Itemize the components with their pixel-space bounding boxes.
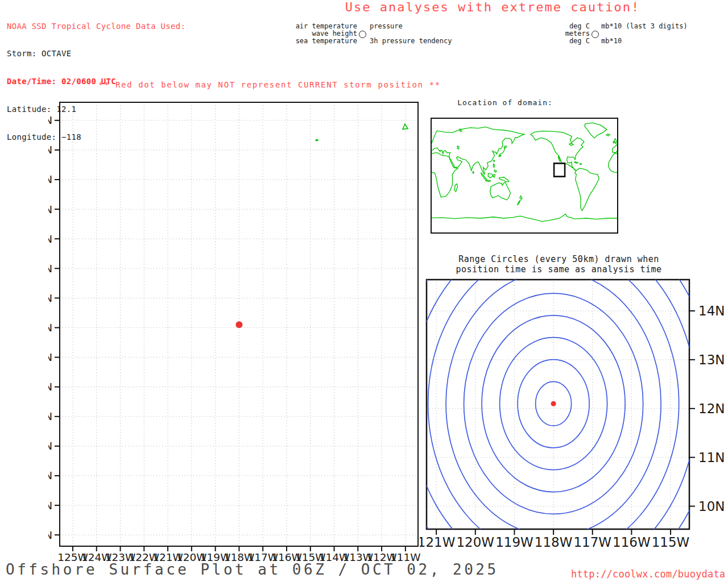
svg-text:5N: 5N [48, 529, 52, 541]
svg-text:11N: 11N [698, 450, 725, 465]
buoy-data-page: NOAA SSD Tropical Cyclone Data Used: Sto… [0, 0, 728, 582]
svg-text:120W: 120W [456, 535, 494, 550]
svg-text:16N: 16N [48, 203, 52, 215]
label-pressure-tendency: 3h pressure tendency [370, 38, 452, 45]
axis-ticks-labels: 125W124W123W122W121W120W119W118W117W116W… [48, 114, 421, 563]
svg-text:14N: 14N [48, 263, 52, 275]
world-map [432, 119, 617, 232]
main-surface-plot: 125W124W123W122W121W120W119W118W117W116W… [48, 97, 446, 568]
unit-sea-temperature: deg C [546, 38, 590, 45]
label-sea-temperature: sea temperature [284, 38, 357, 45]
station-legend-right: pressure 3h pressure tendency [370, 23, 452, 44]
svg-text:17N: 17N [48, 173, 52, 185]
range-circles [420, 274, 715, 565]
svg-text:117W: 117W [573, 535, 611, 550]
station-circle-icon [359, 31, 366, 38]
range-circles-title-line1: Range Circles (every 50km) drawn when [427, 254, 691, 264]
label-air-temperature: air temperature [284, 23, 357, 30]
grid-lines [60, 102, 418, 546]
svg-text:121W: 121W [420, 535, 455, 550]
svg-text:119W: 119W [495, 535, 533, 550]
station-legend-left: air temperature wave height sea temperat… [284, 23, 357, 44]
storm-center-dot [551, 401, 556, 406]
storm-position-dot [235, 321, 242, 328]
clarion-island [316, 139, 318, 141]
svg-text:10N: 10N [48, 381, 52, 393]
label-wave-height: wave height [284, 30, 357, 38]
unit-pressure-tendency: mb*10 [601, 38, 688, 45]
svg-text:118W: 118W [535, 535, 573, 550]
svg-text:11N: 11N [48, 351, 52, 363]
info-line-source: NOAA SSD Tropical Cyclone Data Used: [7, 22, 185, 31]
inset-title: Location of domain: [412, 98, 598, 107]
axis-ticks-labels: 121W120W119W118W117W116W115W14N13N12N11N… [420, 304, 725, 550]
svg-text:10N: 10N [698, 499, 725, 514]
grid-lines [427, 280, 689, 529]
label-pressure: pressure [370, 23, 452, 30]
unit-pressure: mb*10 (last 3 digits) [601, 23, 688, 30]
storm-position-warning: ** Red dot below may NOT represent CURRE… [98, 80, 441, 89]
range-circles-plot: 121W120W119W118W117W116W115W14N13N12N11N… [420, 274, 728, 565]
domain-rectangle [554, 163, 565, 176]
svg-text:116W: 116W [613, 535, 651, 550]
units-legend-right: mb*10 (last 3 digits) mb*10 [601, 23, 688, 44]
info-line-longitude: Longitude: −118 [7, 132, 185, 142]
page-title: Offshore Surface Plot at 06Z / OCT 02, 2… [6, 561, 499, 578]
svg-text:12N: 12N [48, 322, 52, 334]
svg-text:13N: 13N [698, 352, 725, 367]
svg-text:8N: 8N [48, 440, 52, 452]
svg-text:12N: 12N [698, 401, 725, 416]
svg-text:7N: 7N [48, 469, 52, 481]
unit-air-temperature: deg C [546, 23, 590, 30]
unit-wave-height: meters [546, 30, 590, 38]
units-legend-left: deg C meters deg C [546, 23, 590, 44]
station-model-legend: air temperature wave height sea temperat… [284, 23, 472, 47]
caution-banner: Use analyses with extreme caution! [318, 0, 667, 14]
svg-text:115W: 115W [652, 535, 690, 550]
svg-text:9N: 9N [48, 410, 52, 422]
world-map-inset [431, 118, 618, 234]
info-line-storm: Storm: OCTAVE [7, 49, 185, 58]
svg-text:6N: 6N [48, 500, 52, 512]
socorro-island [403, 124, 408, 129]
range-circles-title-line2: position time is same as analysis time [427, 264, 691, 275]
svg-text:15N: 15N [48, 233, 52, 245]
info-line-latitude: Latitude: 12.1 [7, 105, 185, 114]
units-circle-icon [592, 31, 599, 38]
station-units-legend: deg C meters deg C mb*10 (last 3 digits)… [546, 23, 728, 47]
svg-text:13N: 13N [48, 292, 52, 304]
world-coastlines [432, 123, 617, 221]
source-url: http://coolwx.com/buoydata [571, 568, 725, 580]
svg-text:14N: 14N [698, 304, 725, 318]
